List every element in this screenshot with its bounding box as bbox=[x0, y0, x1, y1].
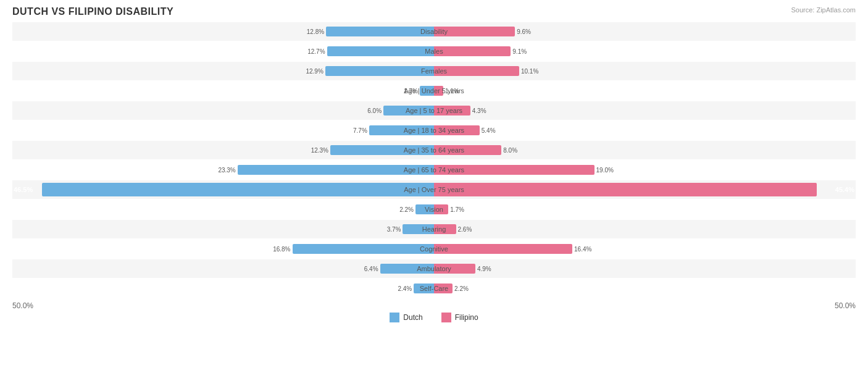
filipino-bar bbox=[434, 264, 475, 274]
filipino-bar bbox=[434, 46, 511, 56]
filipino-value: 45.4% bbox=[835, 186, 854, 193]
bar-row: 23.3%19.0%Age | 65 to 74 years bbox=[12, 161, 856, 179]
axis-right: 50.0% bbox=[835, 301, 856, 310]
filipino-label: Filipino bbox=[455, 313, 478, 322]
dutch-value: 46.5% bbox=[14, 186, 33, 193]
bar-right-section: 1.1% bbox=[434, 82, 856, 100]
dutch-value: 2.2% bbox=[399, 206, 414, 213]
bar-row: 12.3%8.0%Age | 35 to 64 years bbox=[12, 141, 856, 159]
axis-labels: 50.0% 50.0% bbox=[12, 301, 856, 310]
filipino-bar bbox=[434, 183, 817, 196]
dutch-bar bbox=[403, 224, 434, 234]
legend-dutch: Dutch bbox=[390, 313, 422, 322]
bar-right-section: 9.6% bbox=[434, 22, 856, 41]
bars-area: 12.8%9.6%Disability12.7%9.1%Males12.9%10… bbox=[12, 22, 856, 298]
bar-right-section: 8.0% bbox=[434, 141, 856, 159]
bar-right-section: 4.3% bbox=[434, 101, 856, 120]
filipino-value: 4.3% bbox=[472, 107, 486, 114]
bar-right-section: 16.4% bbox=[434, 240, 856, 258]
bar-row: 2.2%1.7%Vision bbox=[12, 200, 856, 219]
filipino-value: 5.4% bbox=[482, 127, 496, 134]
bar-right-section: 45.4% bbox=[434, 180, 856, 199]
dutch-value: 2.4% bbox=[398, 285, 412, 292]
bar-left-section: 12.3% bbox=[12, 141, 434, 159]
bar-right-section: 4.9% bbox=[434, 259, 856, 278]
dutch-bar bbox=[369, 125, 434, 135]
bar-row: 16.8%16.4%Cognitive bbox=[12, 240, 856, 258]
bar-right-section: 5.4% bbox=[434, 121, 856, 140]
filipino-value: 9.1% bbox=[512, 48, 527, 55]
filipino-value: 10.1% bbox=[521, 68, 538, 75]
filipino-bar bbox=[434, 145, 501, 155]
filipino-bar bbox=[434, 284, 453, 293]
filipino-bar bbox=[434, 106, 470, 116]
dutch-bar bbox=[420, 86, 434, 96]
bar-row: 12.7%9.1%Males bbox=[12, 42, 856, 61]
bar-row: 12.8%9.6%Disability bbox=[12, 22, 856, 41]
bar-row: 46.5%45.4%Age | Over 75 years bbox=[12, 180, 856, 199]
bar-right-section: 1.7% bbox=[434, 200, 856, 219]
dutch-value: 3.7% bbox=[387, 226, 401, 233]
filipino-bar bbox=[434, 165, 595, 175]
bar-left-section: 1.7% bbox=[12, 82, 434, 100]
dutch-value: 12.3% bbox=[311, 147, 328, 154]
dutch-value: 6.0% bbox=[367, 107, 382, 114]
bar-row: 6.4%4.9%Ambulatory bbox=[12, 259, 856, 278]
dutch-bar bbox=[415, 204, 434, 214]
filipino-value: 1.1% bbox=[445, 88, 459, 94]
filipino-bar bbox=[434, 86, 443, 96]
filipino-bar bbox=[434, 66, 519, 76]
dutch-value: 16.8% bbox=[273, 246, 290, 253]
dutch-label: Dutch bbox=[403, 313, 422, 322]
filipino-value: 9.6% bbox=[517, 28, 531, 35]
axis-left: 50.0% bbox=[12, 301, 33, 310]
bar-row: 1.7%1.1%Age | Under 5 years bbox=[12, 82, 856, 100]
dutch-bar bbox=[325, 66, 434, 76]
bar-right-section: 2.2% bbox=[434, 279, 856, 298]
filipino-value: 1.7% bbox=[450, 206, 464, 213]
filipino-value: 16.4% bbox=[574, 246, 591, 253]
bar-left-section: 12.9% bbox=[12, 62, 434, 80]
filipino-color-swatch bbox=[441, 313, 451, 322]
dutch-value: 12.7% bbox=[307, 48, 325, 55]
dutch-bar bbox=[383, 106, 434, 116]
bar-right-section: 10.1% bbox=[434, 62, 856, 80]
dutch-value: 12.9% bbox=[306, 68, 323, 75]
dutch-bar bbox=[414, 284, 434, 293]
dutch-color-swatch bbox=[390, 313, 399, 322]
chart-source: Source: ZipAtlas.com bbox=[791, 6, 856, 14]
dutch-bar bbox=[326, 27, 434, 36]
filipino-bar bbox=[434, 224, 456, 234]
dutch-value: 7.7% bbox=[353, 127, 367, 134]
bar-left-section: 46.5% bbox=[12, 180, 434, 199]
dutch-bar bbox=[380, 264, 434, 274]
filipino-bar bbox=[434, 125, 480, 135]
bar-left-section: 2.2% bbox=[12, 200, 434, 219]
dutch-value: 1.7% bbox=[404, 88, 418, 94]
filipino-bar bbox=[434, 204, 448, 214]
legend: Dutch Filipino bbox=[12, 313, 856, 322]
bar-right-section: 2.6% bbox=[434, 220, 856, 238]
dutch-value: 6.4% bbox=[364, 266, 378, 272]
dutch-value: 23.3% bbox=[218, 167, 235, 174]
dutch-bar bbox=[42, 183, 434, 196]
filipino-bar bbox=[434, 244, 572, 254]
bar-row: 12.9%10.1%Females bbox=[12, 62, 856, 80]
chart-title: DUTCH VS FILIPINO DISABILITY bbox=[12, 6, 173, 17]
dutch-bar bbox=[238, 165, 434, 175]
bar-left-section: 6.4% bbox=[12, 259, 434, 278]
bar-left-section: 3.7% bbox=[12, 220, 434, 238]
chart-header: DUTCH VS FILIPINO DISABILITY Source: Zip… bbox=[12, 6, 856, 17]
dutch-bar bbox=[327, 46, 434, 56]
filipino-value: 8.0% bbox=[503, 147, 517, 154]
bar-row: 2.4%2.2%Self-Care bbox=[12, 279, 856, 298]
filipino-bar bbox=[434, 27, 515, 36]
legend-filipino: Filipino bbox=[441, 313, 478, 322]
bar-right-section: 9.1% bbox=[434, 42, 856, 61]
filipino-value: 19.0% bbox=[596, 167, 614, 174]
bar-left-section: 23.3% bbox=[12, 161, 434, 179]
dutch-value: 12.8% bbox=[307, 28, 324, 35]
bar-row: 3.7%2.6%Hearing bbox=[12, 220, 856, 238]
bar-row: 7.7%5.4%Age | 18 to 34 years bbox=[12, 121, 856, 140]
bar-right-section: 19.0% bbox=[434, 161, 856, 179]
